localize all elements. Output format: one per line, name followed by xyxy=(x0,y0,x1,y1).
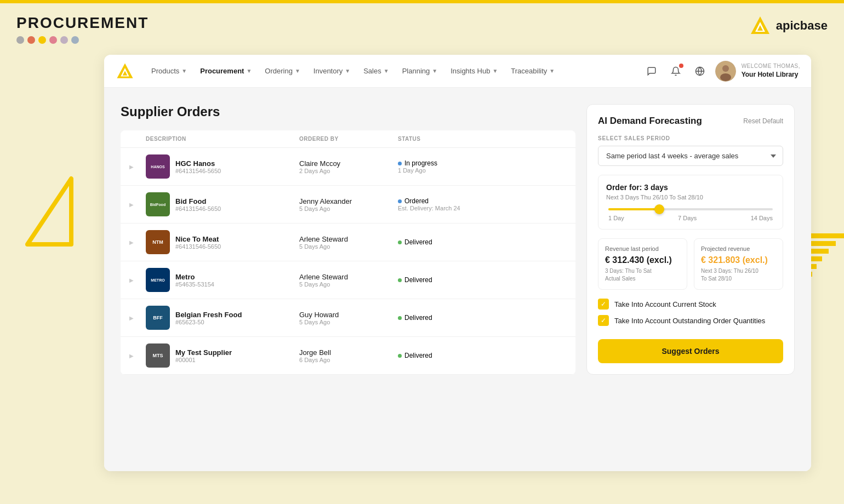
ordered-by-time: 5 Days Ago xyxy=(299,205,398,212)
table-rows: ▶ HANOS HGC Hanos #64131546-5650 Claire … xyxy=(121,148,575,375)
revenue-grid: Revenue last period € 312.430 (excl.) 3 … xyxy=(598,238,783,290)
table-row[interactable]: ▶ BFF Belgian Fresh Food #65623-50 Guy H… xyxy=(121,299,575,337)
col-description: DESCRIPTION xyxy=(146,136,299,142)
status-text: In progress xyxy=(404,159,437,167)
status-text: Ordered xyxy=(404,197,429,205)
status-dot xyxy=(398,240,402,244)
globe-icon-btn[interactable] xyxy=(691,62,709,80)
dot-3 xyxy=(38,36,46,44)
status-text: Delivered xyxy=(404,238,432,246)
page-title: PROCUREMENT xyxy=(16,14,149,32)
ordered-by-person: Jenny Alexander xyxy=(299,197,398,205)
order-dates: Next 3 Days Thu 26/10 To Sat 28/10 xyxy=(606,194,775,201)
supplier-info: Bid Food #64131546-5650 xyxy=(175,197,221,212)
ordered-by-person: Jorge Bell xyxy=(299,348,398,357)
status-time: 1 Day Ago xyxy=(398,167,507,174)
checkbox-current-stock[interactable]: ✓ Take Into Account Current Stock xyxy=(598,299,783,310)
ordered-by-time: 5 Days Ago xyxy=(299,319,398,325)
nav-sales[interactable]: Sales ▼ xyxy=(358,64,394,78)
supplier-name: Metro xyxy=(175,273,214,281)
revenue-proj-title: Projected revenue xyxy=(701,245,776,252)
supplier-id: #64131546-5650 xyxy=(175,205,221,212)
supplier-name: Nice To Meat xyxy=(175,235,221,243)
col-toggle xyxy=(129,136,146,142)
status-dot xyxy=(398,162,402,165)
reset-default-btn[interactable]: Reset Default xyxy=(743,117,783,125)
supplier-name: HGC Hanos xyxy=(175,159,221,168)
nav-products[interactable]: Products ▼ xyxy=(146,64,192,78)
row-toggle[interactable]: ▶ xyxy=(129,164,146,170)
main-card: Products ▼ Procurement ▼ Ordering ▼ Inve… xyxy=(104,55,811,471)
supplier-logo: BidFood xyxy=(146,192,170,216)
supplier-info: Metro #54635-53154 xyxy=(175,273,214,288)
dot-1 xyxy=(16,36,24,44)
col-extra xyxy=(507,136,567,142)
status-badge: Delivered xyxy=(398,238,507,246)
suggest-orders-btn[interactable]: Suggest Orders xyxy=(598,339,783,363)
supplier-id: #64131546-5650 xyxy=(175,168,221,174)
bell-icon-btn[interactable] xyxy=(667,62,685,80)
revenue-last-amount: € 312.430 (excl.) xyxy=(605,255,680,265)
nav-right: WELCOME THOMAS, Your Hotel Library xyxy=(643,61,800,82)
order-slider[interactable]: 1 Day 7 Days 14 Days xyxy=(606,208,775,221)
supplier-cell: HANOS HGC Hanos #64131546-5650 xyxy=(146,154,299,179)
supplier-info: My Test Supplier #00001 xyxy=(175,348,232,363)
background-area: PROCUREMENT apicbase xyxy=(0,3,844,471)
checkbox-outstanding-orders[interactable]: ✓ Take Into Account Outstanding Order Qu… xyxy=(598,315,783,326)
ordered-by-person: Arlene Steward xyxy=(299,235,398,243)
table-row[interactable]: ▶ METRO Metro #54635-53154 Arlene Stewar… xyxy=(121,261,575,299)
status-cell: Ordered Est. Delivery: March 24 xyxy=(398,197,507,211)
svg-marker-3 xyxy=(27,179,71,244)
user-section[interactable]: WELCOME THOMAS, Your Hotel Library xyxy=(715,61,800,82)
ordered-by-person: Guy Howard xyxy=(299,311,398,319)
apicbase-logo-text: apicbase xyxy=(776,19,828,33)
ai-panel-title: AI Demand Forecasting xyxy=(598,116,702,127)
status-badge: In progress xyxy=(398,159,507,167)
ordered-by-cell: Arlene Steward 5 Days Ago xyxy=(299,235,398,250)
nav-planning[interactable]: Planning ▼ xyxy=(397,64,443,78)
supplier-name: My Test Supplier xyxy=(175,348,232,357)
nav-insights-hub[interactable]: Insights Hub ▼ xyxy=(445,64,503,78)
status-badge: Delivered xyxy=(398,352,507,359)
revenue-projected: Projected revenue € 321.803 (excl.) Next… xyxy=(694,238,783,290)
ordered-by-cell: Jorge Bell 6 Days Ago xyxy=(299,348,398,363)
nav-traceability[interactable]: Traceability ▼ xyxy=(505,64,560,78)
ordered-by-cell: Guy Howard 5 Days Ago xyxy=(299,311,398,325)
checkbox-outstanding-orders-box: ✓ xyxy=(598,315,609,326)
checkbox-outstanding-orders-label: Take Into Account Outstanding Order Quan… xyxy=(614,317,765,325)
row-toggle[interactable]: ▶ xyxy=(129,277,146,283)
table-row[interactable]: ▶ BidFood Bid Food #64131546-5650 Jenny … xyxy=(121,186,575,224)
sales-period-select[interactable]: Same period last 4 weeks - average sales xyxy=(598,146,783,166)
nav-logo xyxy=(115,61,135,81)
user-avatar xyxy=(715,61,736,82)
nav-inventory[interactable]: Inventory ▼ xyxy=(308,64,356,78)
table-row[interactable]: ▶ NTM Nice To Meat #64131546-5650 Arlene… xyxy=(121,224,575,261)
row-toggle[interactable]: ▶ xyxy=(129,315,146,321)
apicbase-logo: apicbase xyxy=(749,14,828,37)
nav-ordering[interactable]: Ordering ▼ xyxy=(259,64,305,78)
ordered-by-time: 2 Days Ago xyxy=(299,168,398,174)
chat-icon-btn[interactable] xyxy=(643,62,660,80)
nav-procurement[interactable]: Procurement ▼ xyxy=(195,64,257,78)
supplier-info: HGC Hanos #64131546-5650 xyxy=(175,159,221,174)
content-area: Supplier Orders DESCRIPTION ORDERED BY S… xyxy=(104,88,811,471)
supplier-cell: MTS My Test Supplier #00001 xyxy=(146,343,299,368)
status-cell: Delivered xyxy=(398,238,507,246)
supplier-id: #64131546-5650 xyxy=(175,243,221,250)
supplier-id: #65623-50 xyxy=(175,319,242,325)
revenue-proj-sub: Next 3 Days: Thu 26/10To Sat 28/10 xyxy=(701,267,776,283)
status-cell: Delivered xyxy=(398,276,507,284)
revenue-last-sub: 3 Days: Thu To SatActual Sales xyxy=(605,267,680,283)
row-toggle[interactable]: ▶ xyxy=(129,202,146,208)
row-toggle[interactable]: ▶ xyxy=(129,239,146,245)
supplier-name: Belgian Fresh Food xyxy=(175,311,242,319)
status-badge: Ordered xyxy=(398,197,507,205)
status-text: Delivered xyxy=(404,276,432,284)
status-time: Est. Delivery: March 24 xyxy=(398,205,507,211)
row-toggle[interactable]: ▶ xyxy=(129,353,146,359)
supplier-logo: NTM xyxy=(146,230,170,254)
table-row[interactable]: ▶ HANOS HGC Hanos #64131546-5650 Claire … xyxy=(121,148,575,186)
color-dots xyxy=(16,36,149,44)
status-dot xyxy=(398,199,402,203)
table-row[interactable]: ▶ MTS My Test Supplier #00001 Jorge Bell… xyxy=(121,337,575,375)
